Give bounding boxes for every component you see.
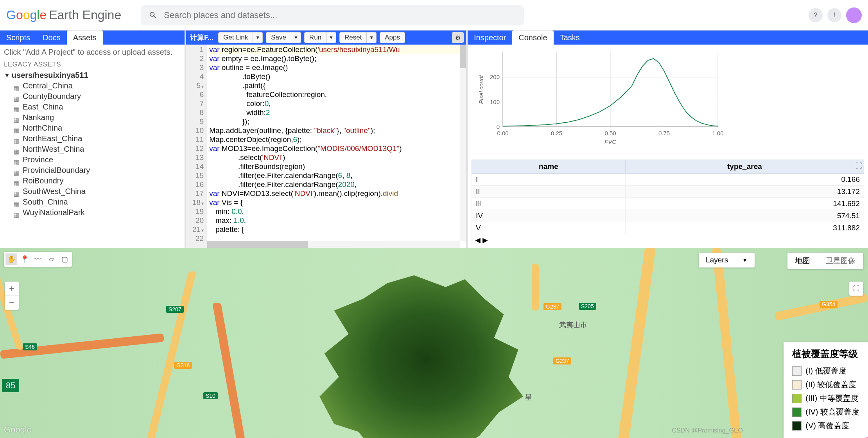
- table-icon: [13, 136, 20, 142]
- table-icon: [13, 115, 20, 120]
- road-label: S46: [23, 343, 37, 350]
- city-label: 星: [525, 393, 532, 402]
- reset-button[interactable]: Reset: [339, 32, 367, 43]
- table-icon: [13, 168, 20, 173]
- city-label: 武夷山市: [559, 320, 587, 330]
- get-link-button[interactable]: Get Link: [218, 32, 253, 43]
- zoom-in-button[interactable]: +: [5, 282, 19, 296]
- assets-hint: Click "Add A Project" to access or uploa…: [4, 48, 181, 57]
- asset-label: NorthChina: [23, 124, 62, 133]
- reset-dropdown[interactable]: ▼: [367, 32, 377, 43]
- save-button[interactable]: Save: [266, 32, 291, 43]
- result-table: ⛶ name type_area I0.166II13.172III141.69…: [468, 160, 868, 246]
- tab-scripts[interactable]: Scripts: [0, 31, 36, 45]
- asset-item[interactable]: RoiBoundry: [13, 176, 181, 186]
- legacy-assets-label: LEGACY ASSETS: [4, 61, 181, 68]
- asset-item[interactable]: South_China: [13, 197, 181, 207]
- asset-item[interactable]: CountyBoundary: [13, 91, 181, 102]
- table-row[interactable]: V311.882: [472, 222, 864, 234]
- table-row[interactable]: I0.166: [472, 174, 864, 186]
- tab-inspector[interactable]: Inspector: [468, 31, 512, 45]
- help-icon[interactable]: ?: [809, 8, 823, 22]
- asset-item[interactable]: WuyiNationalPark: [13, 207, 181, 218]
- right-tabs: Inspector Console Tasks: [468, 31, 868, 45]
- legend-swatch: [792, 421, 802, 431]
- table-row[interactable]: II13.172: [472, 186, 864, 198]
- table-icon: [13, 94, 20, 99]
- vertical-scrollbar[interactable]: [460, 45, 466, 241]
- rectangle-tool[interactable]: ▢: [59, 253, 70, 265]
- avatar[interactable]: [846, 7, 862, 23]
- polygon-tool[interactable]: ▱: [45, 253, 57, 265]
- legend: 植被覆盖度等级 (I) 低覆盖度(II) 较低覆盖度(III) 中等覆盖度(IV…: [784, 342, 868, 438]
- search-input[interactable]: [164, 10, 516, 20]
- map[interactable]: S207G316S10S4685G237S205G237G354 武夷山市光泽县…: [0, 248, 868, 438]
- asset-item[interactable]: NorthChina: [13, 123, 181, 133]
- fullscreen-button[interactable]: ⛶: [849, 282, 863, 296]
- asset-label: RoiBoundry: [23, 176, 64, 185]
- svg-text:Pixel count: Pixel count: [478, 75, 484, 104]
- asset-item[interactable]: NorthWest_China: [13, 144, 181, 154]
- apps-button[interactable]: Apps: [380, 32, 405, 43]
- asset-label: CountyBoundary: [23, 92, 81, 101]
- expand-icon[interactable]: ⛶: [855, 162, 863, 170]
- logo: Google Earth Engine: [6, 8, 121, 22]
- left-tabs: Scripts Docs Assets: [0, 31, 185, 45]
- maptype-control: 地图 卫星图像: [787, 253, 863, 269]
- table-row[interactable]: III141.692: [472, 198, 864, 210]
- legend-row: (IV) 较高覆盖度: [792, 405, 859, 419]
- road-label: 85: [2, 379, 19, 392]
- legend-swatch: [792, 366, 802, 376]
- col-name: name: [472, 160, 626, 174]
- marker-tool[interactable]: 📍: [19, 253, 30, 265]
- legend-swatch: [792, 380, 802, 390]
- tab-tasks[interactable]: Tasks: [554, 31, 586, 45]
- table-icon: [13, 157, 20, 163]
- feedback-icon[interactable]: !: [827, 8, 841, 22]
- asset-item[interactable]: SouthWest_China: [13, 186, 181, 197]
- svg-text:0: 0: [497, 123, 500, 130]
- asset-item[interactable]: Province: [13, 154, 181, 165]
- table-row[interactable]: IV574.51: [472, 210, 864, 222]
- asset-item[interactable]: ProvincialBoundary: [13, 165, 181, 176]
- code-panel: 计算F... Get Link▼ Save▼ Run▼ Reset▼ Apps …: [186, 31, 468, 248]
- pan-tool[interactable]: ✋: [5, 253, 17, 265]
- line-tool[interactable]: 〰: [32, 253, 44, 265]
- chevron-down-icon: ▼: [742, 257, 748, 263]
- horizontal-scrollbar[interactable]: [207, 241, 460, 248]
- asset-label: SouthWest_China: [23, 187, 86, 196]
- layers-control[interactable]: Layers ▼: [699, 253, 755, 267]
- maptype-map[interactable]: 地图: [787, 253, 818, 269]
- layers-label: Layers: [706, 256, 728, 264]
- svg-text:0.00: 0.00: [497, 130, 508, 136]
- run-button[interactable]: Run: [304, 32, 326, 43]
- zoom-control: + −: [5, 282, 19, 310]
- asset-item[interactable]: Nankang: [13, 112, 181, 123]
- asset-item[interactable]: Central_China: [13, 81, 181, 91]
- chart: 01002000.000.250.500.751.00Pixel countFV…: [468, 45, 868, 152]
- run-dropdown[interactable]: ▼: [326, 32, 336, 43]
- legend-title: 植被覆盖度等级: [792, 348, 859, 360]
- asset-label: East_China: [23, 102, 63, 111]
- search-box[interactable]: [141, 5, 524, 25]
- asset-root[interactable]: ▼ users/hesuixinya511: [4, 70, 181, 81]
- asset-label: South_China: [23, 197, 68, 206]
- asset-item[interactable]: East_China: [13, 102, 181, 112]
- right-panel: Inspector Console Tasks 01002000.000.250…: [468, 31, 868, 248]
- svg-text:1.00: 1.00: [712, 130, 723, 136]
- legend-swatch: [792, 407, 802, 417]
- tab-console[interactable]: Console: [512, 31, 553, 45]
- legend-label: (I) 低覆盖度: [805, 366, 846, 376]
- get-link-dropdown[interactable]: ▼: [253, 32, 263, 43]
- tab-docs[interactable]: Docs: [36, 31, 67, 45]
- maptype-satellite[interactable]: 卫星图像: [818, 253, 863, 269]
- asset-item[interactable]: NorthEast_China: [13, 133, 181, 144]
- legend-label: (II) 较低覆盖度: [805, 379, 856, 390]
- code-editor[interactable]: 12345▾6789101112131415161718▾192021▾22 v…: [186, 45, 466, 248]
- save-dropdown[interactable]: ▼: [291, 32, 301, 43]
- gear-icon[interactable]: ⚙: [452, 32, 464, 43]
- table-nav[interactable]: ◀ ▶: [472, 234, 864, 246]
- zoom-out-button[interactable]: −: [5, 296, 19, 310]
- tab-assets[interactable]: Assets: [67, 31, 103, 45]
- asset-label: Central_China: [23, 81, 73, 90]
